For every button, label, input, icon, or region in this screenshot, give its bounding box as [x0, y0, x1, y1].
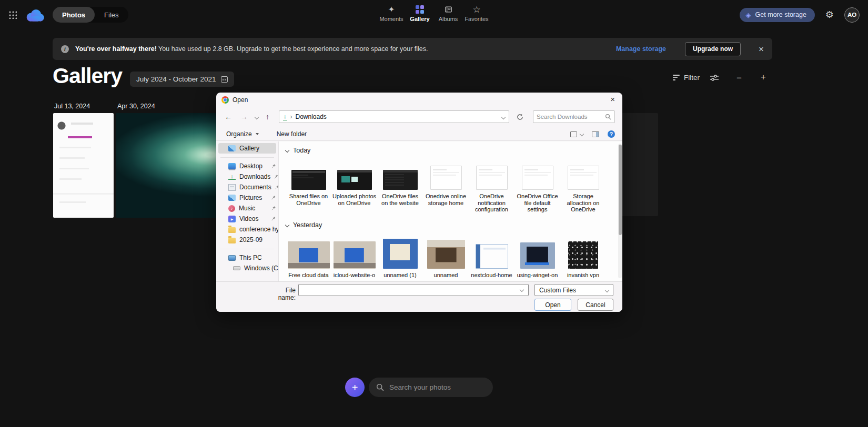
file-item[interactable]: OneDrive Office file default settings	[514, 164, 560, 213]
organize-label: Organize	[226, 130, 252, 138]
upgrade-now-button[interactable]: Upgrade now	[685, 42, 741, 56]
dialog-close-icon[interactable]: ×	[608, 95, 617, 103]
file-item[interactable]: Shared files on OneDrive	[286, 164, 331, 213]
file-item[interactable]: invanish vpn	[560, 237, 606, 279]
downloads-folder-icon: ↓	[283, 113, 287, 120]
view-settings-icon[interactable]	[710, 74, 719, 84]
file-name-input[interactable]	[298, 284, 529, 296]
group-header-yesterday[interactable]: Yesterday	[286, 220, 622, 230]
dialog-title-bar[interactable]: Open	[216, 93, 622, 107]
account-avatar[interactable]: AO	[844, 7, 860, 23]
up-arrow-icon[interactable]: ↑	[261, 113, 274, 121]
music-icon: ♪	[228, 205, 235, 212]
sidebar-item-downloads[interactable]: ↓ Downloads	[216, 171, 278, 182]
settings-gear-icon[interactable]: ⚙	[825, 9, 834, 21]
file-row-yesterday: Free cloud data icloud-website-o unnamed…	[286, 237, 622, 279]
manage-storage-link[interactable]: Manage storage	[616, 45, 666, 53]
organize-menu-button[interactable]: Organize	[226, 130, 259, 138]
file-thumbnail	[568, 166, 599, 190]
dialog-footer: File name: Custom Files Open Cancel	[216, 281, 622, 312]
file-label: OneDrive files on the website	[378, 193, 422, 206]
file-label: nextcloud-home	[471, 272, 512, 279]
file-item[interactable]: icloud-website-o	[331, 237, 377, 279]
file-item[interactable]: Onedrive online storage home	[423, 164, 469, 213]
recent-locations-chevron-icon[interactable]	[252, 113, 261, 120]
dialog-title: Open	[233, 96, 248, 104]
filter-button[interactable]: Filter	[673, 74, 700, 82]
file-item[interactable]: OneDrive files on the website	[377, 164, 423, 213]
sidebar-item-label: Music	[239, 205, 255, 212]
photo-search-input[interactable]	[389, 383, 486, 391]
tab-albums[interactable]: Albums	[434, 3, 462, 22]
file-item[interactable]: nextcloud-home	[469, 237, 514, 279]
file-item[interactable]: unnamed	[423, 237, 469, 279]
cancel-button[interactable]: Cancel	[578, 299, 613, 311]
dialog-sidebar: Gallery Desktop ↓ Downloads Documents Pi…	[216, 141, 279, 281]
scrollbar-thumb[interactable]	[619, 145, 622, 235]
file-item[interactable]: using-winget-on	[514, 237, 560, 279]
file-item[interactable]: unnamed (1)	[377, 237, 423, 279]
dialog-search-box[interactable]	[533, 110, 615, 123]
sidebar-item-documents[interactable]: Documents	[216, 182, 278, 192]
desktop-icon	[228, 163, 236, 169]
photos-toggle-button[interactable]: Photos	[53, 7, 95, 23]
file-label: Free cloud data	[288, 272, 328, 279]
get-more-storage-button[interactable]: ◈ Get more storage	[740, 8, 815, 22]
videos-icon: ▶	[228, 216, 236, 222]
pictures-icon	[228, 195, 236, 201]
file-item[interactable]: Free cloud data	[286, 237, 331, 279]
add-photos-button[interactable]: +	[345, 378, 365, 397]
file-label: Onedrive online storage home	[424, 193, 468, 206]
tab-moments-label: Moments	[379, 16, 403, 22]
view-dropdown-chevron-icon	[580, 132, 584, 136]
sidebar-item-videos[interactable]: ▶ Videos	[216, 214, 278, 224]
preview-pane-icon[interactable]	[592, 131, 599, 137]
address-dropdown-chevron-icon[interactable]	[502, 113, 505, 120]
tab-favorites[interactable]: ☆ Favorites	[462, 3, 491, 22]
photo-thumbnail[interactable]	[53, 113, 114, 218]
file-label: Storage alloaction on OneDrive	[561, 193, 605, 213]
dialog-search-input[interactable]	[537, 114, 605, 120]
breadcrumb-location[interactable]: Downloads	[296, 113, 327, 120]
tab-moments[interactable]: ✦ Moments	[377, 3, 406, 22]
sidebar-item-pictures[interactable]: Pictures	[216, 192, 278, 203]
files-toggle-button[interactable]: Files	[95, 7, 128, 23]
date-range-label: July 2024 - October 2021	[136, 75, 216, 83]
group-label: Today	[293, 147, 310, 154]
address-bar[interactable]: ↓ › Downloads	[279, 110, 509, 123]
photo-group-date: Jul 13, 2024	[54, 103, 90, 110]
new-folder-button[interactable]: New folder	[277, 130, 307, 138]
forward-arrow-icon[interactable]: →	[236, 113, 252, 121]
favorites-star-icon: ☆	[472, 5, 480, 14]
help-icon[interactable]: ?	[608, 130, 615, 138]
sidebar-item-gallery[interactable]: Gallery	[218, 143, 276, 154]
sidebar-item-this-pc[interactable]: This PC	[216, 252, 278, 263]
app-launcher-icon[interactable]	[8, 11, 17, 19]
sidebar-item-desktop[interactable]: Desktop	[216, 161, 278, 171]
open-button[interactable]: Open	[534, 299, 571, 311]
refresh-icon[interactable]	[513, 114, 527, 120]
tab-gallery[interactable]: Gallery	[406, 3, 434, 22]
pin-icon	[271, 215, 276, 222]
group-header-today[interactable]: Today	[286, 146, 622, 155]
search-icon	[605, 114, 611, 120]
date-range-button[interactable]: July 2024 - October 2021	[130, 72, 234, 87]
banner-close-icon[interactable]: ×	[759, 45, 764, 54]
file-item[interactable]: Uploaded photos on OneDrive	[331, 164, 377, 213]
group-label: Yesterday	[293, 221, 322, 229]
file-item[interactable]: Storage alloaction on OneDrive	[560, 164, 606, 213]
file-item[interactable]: OneDrive notification configuration	[469, 164, 514, 213]
back-arrow-icon[interactable]: ←	[220, 113, 236, 121]
sidebar-item-windows-c[interactable]: Windows (C:)	[216, 263, 278, 273]
photo-search-bar[interactable]	[369, 378, 493, 397]
get-more-storage-label: Get more storage	[755, 11, 806, 18]
sidebar-item-folder[interactable]: conference hymn	[216, 224, 278, 235]
file-label: icloud-website-o	[334, 272, 375, 279]
file-type-select[interactable]: Custom Files	[534, 284, 613, 296]
sidebar-item-folder[interactable]: 2025-09	[216, 235, 278, 245]
sidebar-item-music[interactable]: ♪ Music	[216, 203, 278, 214]
change-view-button[interactable]	[570, 131, 583, 137]
tab-gallery-label: Gallery	[410, 16, 429, 22]
zoom-in-icon[interactable]: +	[761, 73, 766, 82]
zoom-out-icon[interactable]: −	[736, 74, 742, 83]
